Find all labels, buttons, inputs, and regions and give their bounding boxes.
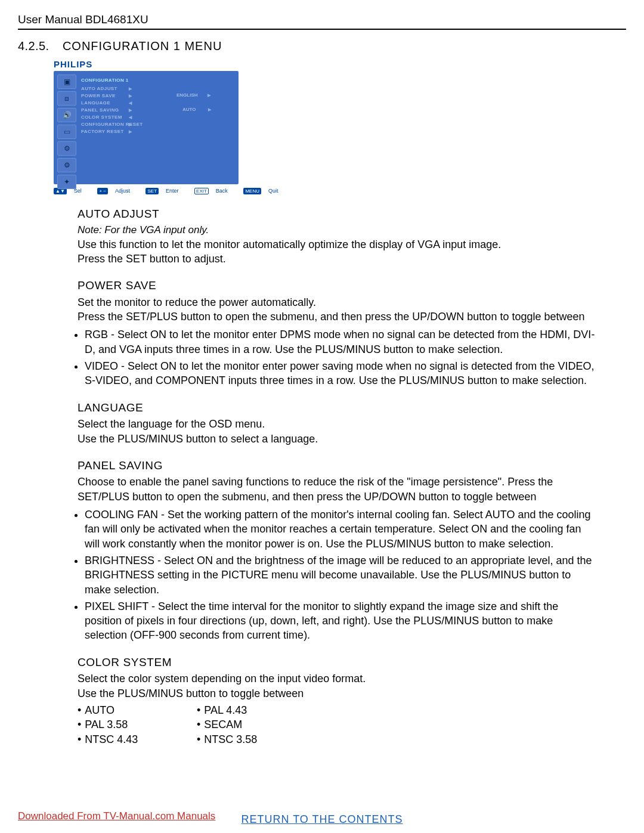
list-item: PIXEL SHIFT - Select the time interval f… [85,599,596,643]
osd-left-arrow-icon: ◀ [129,101,132,105]
osd-item: POWER SAVE [81,92,129,100]
bullet-list: RGB - Select ON to let the monitor enter… [78,327,596,388]
osd-right-arrow-icon: ▶ [129,108,132,112]
osd-tab-picture-icon: ▣ [57,75,76,89]
section-title: CONFIGURATION 1 MENU [63,39,222,52]
osd-tab-pip-icon: ▭ [57,125,76,139]
header-rule [18,29,626,30]
heading-language: LANGUAGE [78,400,596,416]
osd-tab-audio-icon: 🔊 [57,108,76,122]
paragraph: Use the PLUS/MINUS button to toggle betw… [78,686,596,701]
osd-right-arrow-icon: ▶ [208,93,210,97]
paragraph: Set the monitor to reduce the power auto… [78,295,596,309]
osd-tab-config1-icon: ⚙ [57,141,76,156]
osd-item: PANEL SAVING [81,107,129,114]
note-auto-adjust: Note: For the VGA input only. [78,224,596,237]
brand-logo: PHILIPS [54,59,626,69]
list-item: NTSC 4.43 [78,732,197,747]
paragraph: Press the SET/PLUS button to open the su… [78,309,596,324]
paragraph: Use this function to let the monitor aut… [78,237,596,252]
osd-item: AUTO ADJUST [81,85,129,92]
paragraph: Select the language for the OSD menu. [78,417,596,431]
paragraph: Choose to enable the panel saving functi… [78,475,596,504]
osd-value-language: ENGLISH ▶ [177,92,210,98]
paragraph: Select the color system depending on the… [78,671,596,686]
osd-item-list: CONFIGURATION 1 AUTO ADJUST▶ POWER SAVE▶… [81,77,132,135]
list-item: BRIGHTNESS - Select ON and the brightnes… [85,553,596,597]
list-item: PAL 4.43 [197,703,316,717]
list-item: RGB - Select ON to let the monitor enter… [85,327,596,357]
list-item: COOLING FAN - Set the working pattern of… [85,507,596,551]
main-content: AUTO ADJUST Note: For the VGA input only… [78,206,596,747]
osd-tab-config2-icon: ⚙ [57,158,76,172]
osd-legend-set-badge: SET [145,188,159,194]
osd-item: LANGUAGE [81,100,129,107]
footer-return-link[interactable]: RETURN TO THE CONTENTS [0,813,644,826]
list-item: PAL 3.58 [78,717,197,732]
section-number: 4.2.5. [18,39,49,52]
heading-panel-saving: PANEL SAVING [78,458,596,473]
heading-auto-adjust: AUTO ADJUST [78,206,596,222]
osd-legend-exit-badge: EXIT [194,188,209,194]
osd-left-arrow-icon: ◀ [129,115,132,119]
osd-title: CONFIGURATION 1 [81,77,132,84]
list-item: SECAM [197,717,316,732]
osd-item: COLOR SYSTEM [81,114,129,121]
osd-menu: ▣ ⧈ 🔊 ▭ ⚙ ⚙ ✦ CONFIGURATION 1 AUTO ADJUS… [54,71,239,184]
osd-item: CONFIGURATION RESET [81,121,129,128]
osd-legend: ▲▼Sel + −Adjust SETEnter EXITBack MENUQu… [54,188,626,194]
paragraph: Press the SET button to adjust. [78,252,596,266]
osd-legend-menu-badge: MENU [243,188,261,194]
osd-right-arrow-icon: ▶ [208,107,211,112]
list-item: NTSC 3.58 [197,732,316,747]
heading-power-save: POWER SAVE [78,278,596,293]
color-system-options: AUTO PAL 3.58 NTSC 4.43 PAL 4.43 SECAM N… [78,703,596,747]
osd-right-arrow-icon: ▶ [129,122,132,126]
osd-right-arrow-icon: ▶ [129,86,132,91]
osd-item: FACTORY RESET [81,128,129,135]
list-item: AUTO [78,703,197,717]
osd-tab-advanced-icon: ✦ [57,175,76,189]
osd-value-colorsystem: AUTO ▶ [182,107,211,112]
osd-legend-plusminus-icon: + − [97,188,108,194]
osd-screenshot: PHILIPS ▣ ⧈ 🔊 ▭ ⚙ ⚙ ✦ CONFIGURATION 1 AU… [54,59,626,194]
page-header: User Manual BDL4681XU [18,13,626,26]
osd-tab-screen-icon: ⧈ [57,91,76,106]
osd-right-arrow-icon: ▶ [129,129,132,134]
list-item: VIDEO - Select ON to let the monitor ent… [85,359,596,388]
bullet-list: COOLING FAN - Set the working pattern of… [78,507,596,643]
paragraph: Use the PLUS/MINUS button to select a la… [78,432,596,446]
heading-color-system: COLOR SYSTEM [78,655,596,670]
osd-tab-column: ▣ ⧈ 🔊 ▭ ⚙ ⚙ ✦ [57,75,75,191]
osd-right-arrow-icon: ▶ [129,94,132,98]
